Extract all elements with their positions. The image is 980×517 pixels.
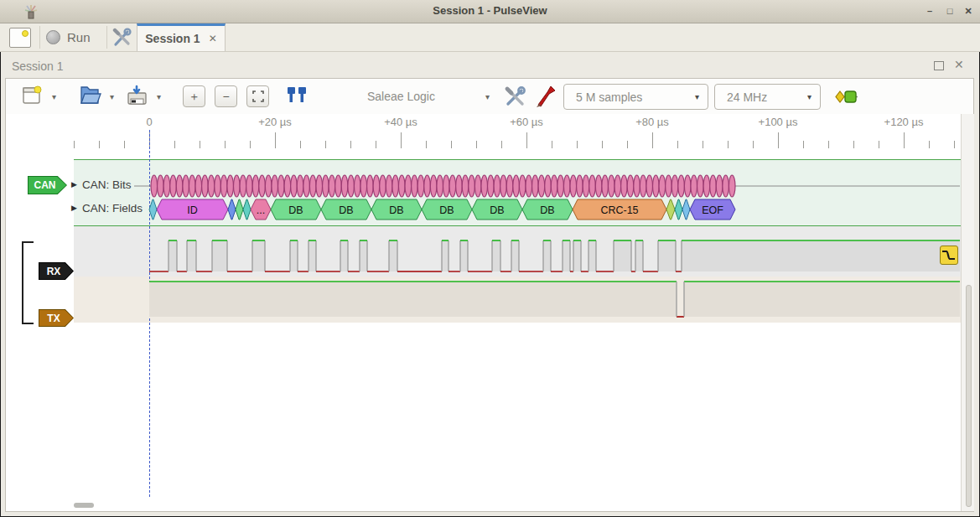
maximize-button[interactable]: □ [942,5,957,18]
can-bit-glyph [215,175,221,197]
settings-wrench-icon[interactable] [112,28,132,48]
rx-high-fill [682,240,960,271]
can-bit-glyph [557,175,564,197]
toolbar-separator [39,26,40,49]
can-bit-glyph [608,175,614,197]
ruler-minor-tick [451,141,452,148]
can-bit-glyph [170,175,177,197]
channel-probe-icon[interactable] [535,84,558,108]
ruler-minor-tick [828,141,829,148]
ruler-minor-tick [552,141,552,148]
titlebar[interactable]: Session 1 - PulseView – □ ✕ [0,0,980,23]
new-session-button[interactable] [9,28,31,48]
add-decoder-icon[interactable] [285,85,309,106]
save-dropdown-arrow[interactable]: ▾ [157,92,161,101]
ruler-label: +20 µs [258,116,292,128]
open-file-icon[interactable] [79,85,101,106]
close-button[interactable]: ✕ [961,5,976,18]
row-label-can-fields[interactable]: CAN: Fields [82,202,143,215]
sample-count-combobox[interactable]: 5 M samples ▾ [563,84,708,110]
can-bit-glyph [506,175,513,197]
can-bit-glyph [481,175,488,197]
field-label-crc: CRC-15 [600,204,638,216]
sample-rate-combobox[interactable]: 24 MHz ▾ [714,84,821,110]
row-label-can-bits[interactable]: CAN: Bits [82,178,132,191]
can-bit-glyph [284,175,291,197]
rx-high-fill [573,240,581,271]
open-file-dropdown-arrow[interactable]: ▾ [110,92,114,101]
new-file-dropdown-arrow[interactable]: ▾ [52,92,56,101]
rx-high-fill [543,240,551,271]
window-title: Session 1 - PulseView [0,4,980,17]
ruler-minor-tick [627,141,628,148]
can-bit-glyph [532,175,539,197]
can-bit-glyph [519,175,526,197]
expander-can-fields[interactable]: ▶ [71,204,77,212]
channel-group-bracket-top [22,241,34,243]
zoom-out-button[interactable]: − [215,85,237,107]
can-bit-glyph [430,175,437,197]
can-bit-glyph [163,175,170,197]
ruler-minor-tick [325,141,326,148]
field-label-data-byte: DB [490,204,504,216]
new-file-icon[interactable] [21,85,43,106]
zoom-in-button[interactable]: ＋ [183,85,205,107]
can-bit-glyph [341,175,348,197]
can-bit-glyph [703,175,710,197]
channels-button-icon[interactable] [834,90,859,104]
field-label-dots: ... [257,204,265,216]
ruler-major-tick [401,132,402,148]
field-label-data-byte: DB [439,204,454,216]
ruler-label: 0 [146,116,152,128]
can-bit-glyph [589,175,596,197]
run-button[interactable]: Run [46,26,105,49]
tab-close-icon[interactable]: ✕ [209,33,217,44]
minimize-button[interactable]: – [922,5,937,18]
can-bit-glyph [412,175,418,197]
can-bit-glyph [246,175,253,197]
toolbar-separator [106,26,107,49]
can-bit-glyph [265,175,272,197]
sample-rate-arrow: ▾ [807,92,811,101]
device-dropdown-arrow[interactable]: ▾ [485,92,490,101]
ruler-label: +40 µs [384,116,417,128]
can-bit-glyph [551,175,557,197]
ruler-label: +60 µs [510,116,543,128]
horizontal-scrollbar-thumb[interactable] [74,503,94,508]
ruler-minor-tick [703,141,703,148]
can-bit-glyph [398,175,405,197]
channel-group-bracket[interactable] [22,241,23,324]
dock-close-button[interactable]: ✕ [954,58,964,71]
falling-edge-icon [941,246,957,264]
ruler-minor-tick [677,141,678,148]
can-bit-glyph [577,175,583,197]
rx-high-fill [309,240,316,271]
can-bit-glyph [158,175,164,197]
save-file-icon[interactable] [126,85,148,106]
expander-can-bits[interactable]: ▶ [71,180,77,189]
zoom-fit-button[interactable] [246,85,269,107]
configure-device-icon[interactable] [504,85,527,107]
ruler-minor-tick [174,141,175,148]
ruler-minor-tick [803,141,804,148]
can-bit-glyph [723,175,729,197]
sample-rate-value: 24 MHz [727,90,767,104]
field-label-id: ID [187,204,198,216]
can-bit-glyph [291,175,298,197]
rx-high-fill [290,240,298,271]
can-bit-glyph [462,175,469,197]
ruler-minor-tick [99,141,100,148]
vertical-scrollbar-thumb[interactable] [966,285,972,507]
rx-high-fill [460,240,468,271]
can-bit-glyph [252,175,259,197]
can-bit-glyph [386,175,392,197]
dock-float-button[interactable] [934,61,944,70]
tab-session-1[interactable]: Session 1 ✕ [137,23,226,51]
device-select[interactable]: Saleae Logic [367,90,435,103]
zoom-fit-icon [252,90,264,102]
can-bit-glyph [220,175,227,197]
trigger-marker-falling-edge[interactable] [940,246,958,265]
ruler-minor-tick [853,141,854,148]
can-bit-glyph [449,175,456,197]
can-bit-glyph [621,175,628,197]
